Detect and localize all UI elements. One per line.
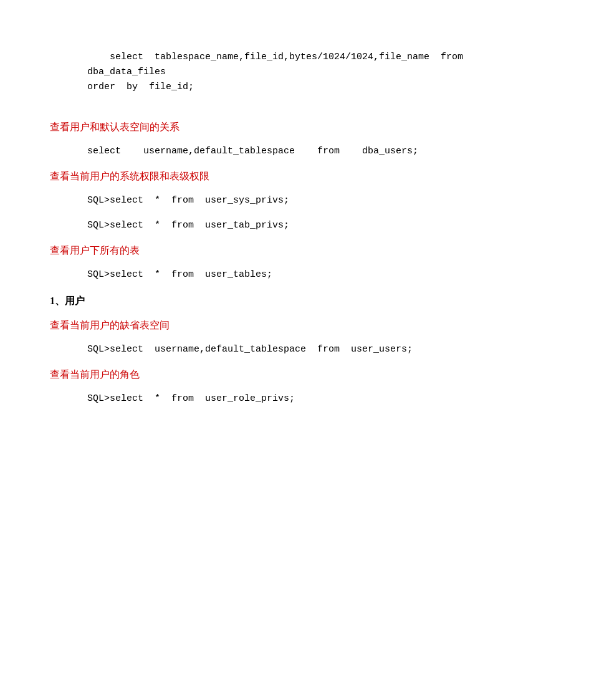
sql-block-1: select tablespace_name,file_id,bytes/102… [87,35,539,110]
section-user-tables: 查看用户下所有的表 SQL>select * from user_tables; [50,244,539,282]
sql-block-6: SQL>select username,default_tablespace f… [87,342,539,357]
section-default-user-tablespace: 查看当前用户的缺省表空间 SQL>select username,default… [50,319,539,357]
sql-text-1: select tablespace_name,file_id,bytes/102… [87,52,474,92]
bold-heading-1: 1、用户 [50,295,539,308]
section-heading-5: 查看当前用户的角色 [50,368,539,381]
page-content: select tablespace_name,file_id,bytes/102… [50,35,539,406]
section-user-role: 查看当前用户的角色 SQL>select * from user_role_pr… [50,368,539,406]
sql-block-4: SQL>select * from user_tab_privs; [87,218,539,233]
sql-block-2: select username,default_tablespace from … [87,144,539,159]
sql-block-7: SQL>select * from user_role_privs; [87,391,539,406]
sql-block-5: SQL>select * from user_tables; [87,267,539,282]
section-sys-privs: 查看当前用户的系统权限和表级权限 SQL>select * from user_… [50,170,539,233]
section-heading-2: 查看当前用户的系统权限和表级权限 [50,170,539,183]
sql-block-3: SQL>select * from user_sys_privs; [87,193,539,208]
section-heading-3: 查看用户下所有的表 [50,244,539,257]
section-heading-4: 查看当前用户的缺省表空间 [50,319,539,332]
section-heading-1: 查看用户和默认表空间的关系 [50,121,539,134]
section-users-title: 1、用户 [50,295,539,308]
section-default-tablespace: 查看用户和默认表空间的关系 select username,default_ta… [50,121,539,159]
